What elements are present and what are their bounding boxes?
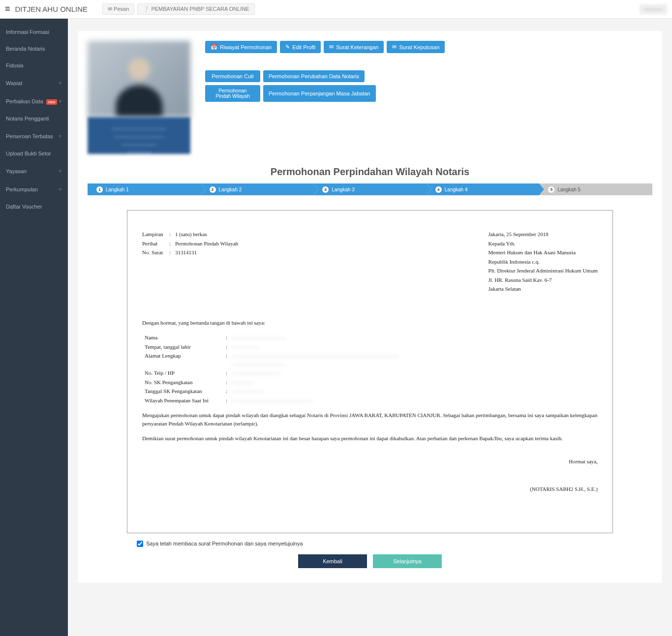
sidebar-item-yayasan[interactable]: Yayasan+ xyxy=(0,162,68,180)
sidebar-item-label: Informasi Formasi xyxy=(6,29,49,35)
sidebar-item-beranda-notaris[interactable]: Beranda Notaris xyxy=(0,40,68,57)
envelope-icon: ✉ xyxy=(392,44,397,50)
meta-value: 31314131 xyxy=(175,248,197,257)
request-actions-row2: Permohonan Pindah Wilayah Permohonan Per… xyxy=(205,85,652,102)
button-label: Permohonan Perpanjangan Masa Jabatan xyxy=(269,91,370,96)
letter-paragraph: Demikian surat permohonan untuk pindah w… xyxy=(142,434,598,443)
letter-date: Jakarta, 25 September 2018 xyxy=(489,230,598,239)
profile-caption: ——————————— —————————— ——————— ————— xyxy=(88,117,190,154)
letter-body: Dengan hormat, yang bertanda tangan di b… xyxy=(142,319,598,493)
letter-paragraph: Mengajukan permohonan untuk dapat pindah… xyxy=(142,411,598,427)
permohonan-perpanjangan-button[interactable]: Permohonan Perpanjangan Masa Jabatan xyxy=(263,85,376,102)
letter-opening: Dengan hormat, yang bertanda tangan di b… xyxy=(142,319,598,327)
sidebar-item-label: Wasiat xyxy=(6,80,22,86)
letter-to-line: Jakarta Selatan xyxy=(489,285,598,293)
confirm-checkbox[interactable] xyxy=(137,541,143,547)
sidebar-item-fidusia[interactable]: Fidusia xyxy=(0,57,68,74)
button-label: Permohonan Pindah Wilayah xyxy=(211,88,255,99)
sidebar-item-notaris-pengganti[interactable]: Notaris Pengganti xyxy=(0,110,68,127)
field-value: ————————— xyxy=(232,369,598,377)
step-number: 4 xyxy=(435,186,442,193)
field-label: Tempat, tanggal lahir xyxy=(145,343,226,351)
letter-to-line: Republik Indonesia c.q. xyxy=(489,258,598,266)
plus-icon: + xyxy=(58,97,62,105)
meta-label: Lampiran xyxy=(142,230,169,239)
field-value: ——————————————— xyxy=(232,396,598,405)
step-number: 2 xyxy=(210,186,216,193)
sidebar-item-label: Notaris Pengganti xyxy=(6,116,49,121)
sidebar-item-daftar-voucher[interactable]: Daftar Voucher xyxy=(0,198,68,215)
request-actions-row1: Permohonan Cuti Permohonan Perubahan Dat… xyxy=(205,70,652,82)
button-label: Permohonan Perubahan Data Notaris xyxy=(269,73,359,79)
sidebar-item-label: Yayasan xyxy=(6,168,27,174)
step-number: 3 xyxy=(322,186,329,193)
field-value: ————————————————————————————————————————… xyxy=(232,352,598,368)
help-icon: ❔ xyxy=(143,6,150,12)
permohonan-perubahan-button[interactable]: Permohonan Perubahan Data Notaris xyxy=(263,70,365,82)
profile-caption-line: ——————————— xyxy=(92,125,185,133)
profile-caption-line: ————— xyxy=(92,149,185,156)
permohonan-pindah-button[interactable]: Permohonan Pindah Wilayah xyxy=(205,85,260,102)
sidebar-item-perkumpulan[interactable]: Perkumpulan+ xyxy=(0,180,68,198)
button-label: Riwayat Permohonan xyxy=(220,44,272,50)
step-1[interactable]: 1Langkah 1 xyxy=(88,183,201,195)
letter-meta-left: Lampiran:1 (satu) berkas Perihal:Permoho… xyxy=(142,230,238,294)
sidebar-item-upload-bukti-setor[interactable]: Upload Bukti Setor xyxy=(0,145,68,162)
kembali-button[interactable]: Kembali xyxy=(298,554,367,568)
profile-caption-line: ——————— xyxy=(92,141,185,149)
pesan-button[interactable]: ✉ Pesan xyxy=(102,3,134,15)
edit-profil-button[interactable]: ✎Edit Profil xyxy=(280,41,321,53)
step-indicator: 1Langkah 1 2Langkah 2 3Langkah 3 4Langka… xyxy=(88,183,652,195)
letter-to: Kepada Yth. xyxy=(489,240,598,248)
riwayat-permohonan-button[interactable]: 📅Riwayat Permohonan xyxy=(205,41,277,53)
letter-to-line: Plt. Direktur Jenderal Administrasi Huku… xyxy=(489,267,598,275)
brand-title: DITJEN AHU ONLINE xyxy=(15,5,88,13)
closing-line: Hormat saya, xyxy=(142,457,598,466)
sidebar-item-informasi-formasi[interactable]: Informasi Formasi xyxy=(0,24,68,40)
letter-header: Lampiran:1 (satu) berkas Perihal:Permoho… xyxy=(142,230,598,294)
field-value: ———— xyxy=(232,378,598,387)
letter-signature: Hormat saya, (NOTARIS SABH2 S.H., S.E.) xyxy=(142,457,598,493)
confirm-label: Saya telah membaca surat Permohonan dan … xyxy=(146,541,303,546)
mail-icon: ✉ xyxy=(108,6,112,12)
profile-photo-wrap: ——————————— —————————— ——————— ————— xyxy=(88,41,190,154)
sidebar-item-wasiat[interactable]: Wasiat+ xyxy=(0,74,68,92)
footer-buttons: Kembali Selanjutnya xyxy=(88,554,652,568)
step-number: 5 xyxy=(548,186,554,193)
field-label: No. SK Pengangkatan xyxy=(145,378,226,387)
field-label: Nama xyxy=(145,333,226,342)
main: ——————————— —————————— ——————— ————— 📅Ri… xyxy=(68,19,672,636)
sidebar-item-label: Perseroan Terbatas xyxy=(6,133,53,139)
meta-value: 1 (satu) berkas xyxy=(175,230,207,239)
pnbp-button[interactable]: ❔ PEMBAYARAN PNBP SECARA ONLINE xyxy=(137,3,254,15)
step-4[interactable]: 4Langkah 4 xyxy=(427,183,540,195)
step-2[interactable]: 2Langkah 2 xyxy=(201,183,314,195)
sidebar-item-perbaikan-data[interactable]: Perbaikan Datanew+ xyxy=(0,92,68,110)
field-label: No. Telp / HP xyxy=(145,369,226,377)
step-5[interactable]: 5Langkah 5 xyxy=(539,183,652,195)
plus-icon: + xyxy=(58,132,62,140)
button-label: Edit Profil xyxy=(292,44,315,50)
pesan-label: Pesan xyxy=(114,6,129,12)
menu-toggle-icon[interactable]: ≡ xyxy=(5,4,10,14)
sidebar: Informasi Formasi Beranda Notaris Fidusi… xyxy=(0,19,68,636)
topbar-right: ——— xyxy=(640,6,667,13)
page-title: Permohonan Perpindahan Wilayah Notaris xyxy=(88,166,652,178)
field-label: Alamat Lengkap xyxy=(145,352,226,368)
sidebar-item-label: Perbaikan Data xyxy=(6,98,43,104)
field-value: ————— xyxy=(232,343,598,351)
sidebar-item-perseroan-terbatas[interactable]: Perseroan Terbatas+ xyxy=(0,127,68,145)
meta-label: Perihal xyxy=(142,240,169,248)
envelope-icon: ✉ xyxy=(329,44,334,50)
field-label: Wilayah Penempatan Saat Ini xyxy=(145,396,226,405)
selanjutnya-button[interactable]: Selanjutnya xyxy=(373,554,442,568)
surat-keputusan-button[interactable]: ✉Surat Keputusan xyxy=(387,41,445,53)
surat-keterangan-button[interactable]: ✉Surat Keterangan xyxy=(324,41,384,53)
sidebar-item-label: Upload Bukti Setor xyxy=(6,151,51,156)
user-menu[interactable]: ——— xyxy=(640,4,667,14)
permohonan-cuti-button[interactable]: Permohonan Cuti xyxy=(205,70,260,82)
field-value: —————————— xyxy=(232,333,598,342)
step-label: Langkah 3 xyxy=(332,187,355,192)
button-label: Surat Keputusan xyxy=(399,44,439,50)
step-3[interactable]: 3Langkah 3 xyxy=(313,183,427,195)
